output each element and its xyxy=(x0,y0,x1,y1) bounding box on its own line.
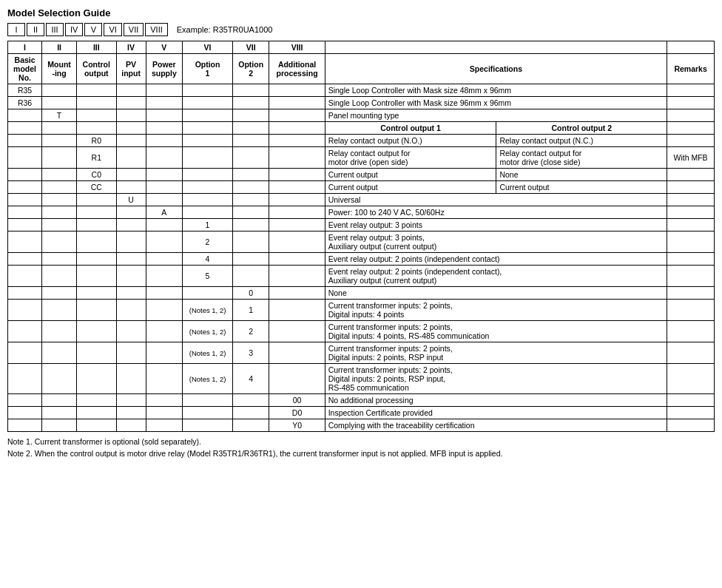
cell-empty xyxy=(116,266,146,287)
cell-empty xyxy=(146,419,183,432)
col-header-VII: VII xyxy=(232,41,269,54)
cell-empty xyxy=(8,194,42,206)
cell-empty xyxy=(232,169,269,181)
cell-opt2-4: 4 xyxy=(232,364,269,394)
note-1: Note 1. Current transformer is optional … xyxy=(7,436,715,448)
cell-empty xyxy=(76,300,116,321)
cell-empty xyxy=(269,321,325,342)
col-header-IV: IV xyxy=(116,41,146,54)
cell-CC: CC xyxy=(76,181,116,194)
cell-empty xyxy=(116,300,146,321)
cell-empty xyxy=(146,194,183,206)
cell-empty xyxy=(8,206,42,219)
cell-empty xyxy=(183,97,233,109)
col-basic-model: BasicmodelNo. xyxy=(8,54,42,84)
cell-opt1-4-spec: Event relay output: 2 points (independen… xyxy=(325,253,667,266)
cell-empty xyxy=(269,181,325,194)
table-row: (Notes 1, 2) 2 Current transformer input… xyxy=(8,321,715,342)
cell-opt2-1-spec: Current transformer inputs: 2 points,Dig… xyxy=(325,300,667,321)
col-control-output: Controloutput xyxy=(76,54,116,84)
cell-empty xyxy=(116,147,146,169)
cell-empty xyxy=(116,419,146,432)
cell-empty xyxy=(116,232,146,253)
cell-empty xyxy=(42,169,77,181)
cell-R0-out2: Relay contact output (N.C.) xyxy=(496,135,667,147)
cell-empty xyxy=(8,181,42,194)
cell-empty xyxy=(232,219,269,232)
cell-empty xyxy=(232,135,269,147)
cell-empty xyxy=(8,109,42,122)
roman-tab-2: II xyxy=(27,23,44,36)
table-row: T Panel mounting type xyxy=(8,109,715,122)
cell-empty xyxy=(8,169,42,181)
cell-empty xyxy=(42,84,77,97)
cell-add-00: 00 xyxy=(269,394,325,407)
cell-empty xyxy=(183,419,233,432)
cell-empty xyxy=(76,364,116,394)
cell-empty xyxy=(116,169,146,181)
cell-empty xyxy=(42,181,77,194)
table-row-control-header: Control output 1 Control output 2 xyxy=(8,122,715,135)
cell-empty xyxy=(42,407,77,419)
cell-empty xyxy=(76,232,116,253)
cell-C0-remarks xyxy=(667,169,715,181)
cell-empty xyxy=(183,109,233,122)
cell-empty xyxy=(76,219,116,232)
cell-U: U xyxy=(116,194,146,206)
page-title: Model Selection Guide xyxy=(7,7,715,18)
cell-R1-out2: Relay contact output formotor drive (clo… xyxy=(496,147,667,169)
cell-C0: C0 xyxy=(76,169,116,181)
table-row: R36 Single Loop Controller with Mask siz… xyxy=(8,97,715,109)
cell-notes-1-2-d: (Notes 1, 2) xyxy=(183,364,233,394)
cell-empty xyxy=(42,232,77,253)
table-row: C0 Current output None xyxy=(8,169,715,181)
cell-opt1-2-spec: Event relay output: 3 points,Auxiliary o… xyxy=(325,232,667,253)
cell-empty xyxy=(146,84,183,97)
cell-empty xyxy=(146,169,183,181)
cell-empty xyxy=(232,84,269,97)
cell-opt2-3-remarks xyxy=(667,342,715,364)
col-header-VI: VI xyxy=(183,41,233,54)
cell-empty xyxy=(232,394,269,407)
table-row: 0 None xyxy=(8,287,715,300)
cell-empty xyxy=(146,342,183,364)
table-row: 00 No additional processing xyxy=(8,394,715,407)
cell-empty xyxy=(269,97,325,109)
cell-empty xyxy=(42,266,77,287)
cell-r35: R35 xyxy=(8,84,42,97)
col-option2: Option2 xyxy=(232,54,269,84)
roman-tab-1: I xyxy=(7,23,25,36)
cell-empty xyxy=(42,287,77,300)
example-text: Example: R35TR0UA1000 xyxy=(177,25,273,34)
cell-empty xyxy=(183,194,233,206)
cell-empty xyxy=(76,194,116,206)
cell-empty xyxy=(76,84,116,97)
cell-empty xyxy=(42,253,77,266)
table-row: (Notes 1, 2) 4 Current transformer input… xyxy=(8,364,715,394)
cell-empty xyxy=(269,135,325,147)
cell-R0: R0 xyxy=(76,135,116,147)
cell-A-spec: Power: 100 to 240 V AC, 50/60Hz xyxy=(325,206,667,219)
model-selection-table: I II III IV V VI VII VIII BasicmodelNo. … xyxy=(7,41,715,432)
table-row: D0 Inspection Certificate provided xyxy=(8,407,715,419)
cell-empty xyxy=(183,206,233,219)
cell-empty xyxy=(8,253,42,266)
cell-C0-out1: Current output xyxy=(325,169,496,181)
table-row: 4 Event relay output: 2 points (independ… xyxy=(8,253,715,266)
cell-empty xyxy=(146,253,183,266)
cell-opt1-5-spec: Event relay output: 2 points (independen… xyxy=(325,266,667,287)
col-header-remarks xyxy=(667,41,715,54)
cell-empty xyxy=(42,122,77,135)
cell-empty xyxy=(116,407,146,419)
cell-U-remarks xyxy=(667,194,715,206)
cell-opt1-1: 1 xyxy=(183,219,233,232)
cell-empty xyxy=(146,321,183,342)
cell-add-00-remarks xyxy=(667,394,715,407)
cell-empty xyxy=(116,342,146,364)
table-row: (Notes 1, 2) 3 Current transformer input… xyxy=(8,342,715,364)
table-row: (Notes 1, 2) 1 Current transformer input… xyxy=(8,300,715,321)
cell-T-remarks xyxy=(667,109,715,122)
cell-empty xyxy=(232,97,269,109)
cell-empty xyxy=(76,419,116,432)
cell-empty xyxy=(116,181,146,194)
